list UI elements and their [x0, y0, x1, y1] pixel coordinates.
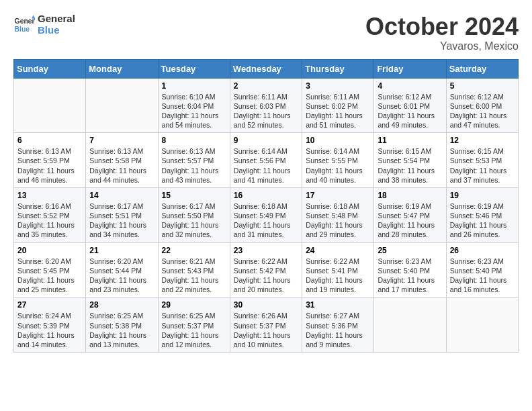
day-number: 11: [378, 136, 442, 145]
day-info: Sunrise: 6:27 AM Sunset: 5:36 PM Dayligh…: [306, 311, 370, 349]
weekday-header-monday: Monday: [86, 59, 158, 78]
day-info: Sunrise: 6:15 AM Sunset: 5:53 PM Dayligh…: [450, 146, 515, 185]
calendar-cell: 8Sunrise: 6:13 AM Sunset: 5:57 PM Daylig…: [158, 133, 230, 188]
day-number: 5: [450, 81, 515, 91]
calendar-table: SundayMondayTuesdayWednesdayThursdayFrid…: [13, 59, 519, 353]
weekday-header-thursday: Thursday: [302, 59, 374, 78]
calendar-cell: 3Sunrise: 6:11 AM Sunset: 6:02 PM Daylig…: [302, 78, 374, 133]
calendar-cell: [374, 298, 446, 353]
month-title: October 2024: [365, 13, 519, 40]
weekday-header-tuesday: Tuesday: [158, 59, 230, 78]
day-info: Sunrise: 6:22 AM Sunset: 5:42 PM Dayligh…: [234, 257, 298, 295]
day-info: Sunrise: 6:20 AM Sunset: 5:45 PM Dayligh…: [17, 257, 82, 295]
calendar-cell: 4Sunrise: 6:12 AM Sunset: 6:01 PM Daylig…: [374, 78, 446, 133]
logo-line1: General: [38, 13, 75, 25]
day-number: 4: [378, 81, 442, 91]
day-number: 30: [234, 300, 298, 310]
day-info: Sunrise: 6:11 AM Sunset: 6:02 PM Dayligh…: [306, 92, 370, 130]
svg-marker-2: [32, 15, 35, 18]
day-info: Sunrise: 6:12 AM Sunset: 6:01 PM Dayligh…: [378, 92, 442, 130]
weekday-header-saturday: Saturday: [446, 59, 518, 78]
day-number: 7: [89, 136, 154, 145]
day-info: Sunrise: 6:17 AM Sunset: 5:51 PM Dayligh…: [89, 201, 154, 240]
day-number: 8: [162, 136, 226, 145]
day-info: Sunrise: 6:10 AM Sunset: 6:04 PM Dayligh…: [162, 92, 226, 130]
calendar-week-row: 1Sunrise: 6:10 AM Sunset: 6:04 PM Daylig…: [14, 78, 519, 133]
calendar-cell: 16Sunrise: 6:18 AM Sunset: 5:49 PM Dayli…: [230, 187, 302, 242]
logo-line2: Blue: [38, 25, 75, 36]
day-number: 27: [17, 300, 82, 310]
calendar-week-row: 27Sunrise: 6:24 AM Sunset: 5:39 PM Dayli…: [14, 298, 519, 353]
calendar-cell: 19Sunrise: 6:19 AM Sunset: 5:46 PM Dayli…: [446, 187, 518, 242]
day-info: Sunrise: 6:13 AM Sunset: 5:58 PM Dayligh…: [89, 146, 154, 185]
day-info: Sunrise: 6:24 AM Sunset: 5:39 PM Dayligh…: [17, 311, 82, 349]
day-number: 12: [450, 136, 515, 145]
day-info: Sunrise: 6:23 AM Sunset: 5:40 PM Dayligh…: [450, 257, 515, 295]
calendar-cell: [86, 78, 158, 133]
day-number: 14: [89, 191, 154, 200]
calendar-cell: 9Sunrise: 6:14 AM Sunset: 5:56 PM Daylig…: [230, 133, 302, 188]
calendar-cell: 6Sunrise: 6:13 AM Sunset: 5:59 PM Daylig…: [14, 133, 86, 188]
calendar-cell: [446, 298, 518, 353]
day-number: 17: [306, 191, 370, 200]
day-number: 19: [450, 191, 515, 200]
day-info: Sunrise: 6:14 AM Sunset: 5:55 PM Dayligh…: [306, 146, 370, 185]
day-info: Sunrise: 6:12 AM Sunset: 6:00 PM Dayligh…: [450, 92, 515, 130]
calendar-cell: 29Sunrise: 6:25 AM Sunset: 5:37 PM Dayli…: [158, 298, 230, 353]
calendar-cell: 10Sunrise: 6:14 AM Sunset: 5:55 PM Dayli…: [302, 133, 374, 188]
day-info: Sunrise: 6:21 AM Sunset: 5:43 PM Dayligh…: [162, 257, 226, 295]
svg-text:General: General: [15, 17, 35, 25]
calendar-cell: 28Sunrise: 6:25 AM Sunset: 5:38 PM Dayli…: [86, 298, 158, 353]
day-info: Sunrise: 6:16 AM Sunset: 5:52 PM Dayligh…: [17, 201, 82, 240]
day-info: Sunrise: 6:18 AM Sunset: 5:49 PM Dayligh…: [234, 201, 298, 240]
calendar-cell: 20Sunrise: 6:20 AM Sunset: 5:45 PM Dayli…: [14, 242, 86, 298]
day-number: 31: [306, 300, 370, 310]
calendar-week-row: 6Sunrise: 6:13 AM Sunset: 5:59 PM Daylig…: [14, 133, 519, 188]
logo: General Blue General Blue: [13, 13, 75, 36]
day-info: Sunrise: 6:26 AM Sunset: 5:37 PM Dayligh…: [234, 311, 298, 349]
day-info: Sunrise: 6:13 AM Sunset: 5:57 PM Dayligh…: [162, 146, 226, 185]
calendar-cell: 22Sunrise: 6:21 AM Sunset: 5:43 PM Dayli…: [158, 242, 230, 298]
day-number: 18: [378, 191, 442, 200]
weekday-header-wednesday: Wednesday: [230, 59, 302, 78]
calendar-cell: 11Sunrise: 6:15 AM Sunset: 5:54 PM Dayli…: [374, 133, 446, 188]
calendar-cell: [14, 78, 86, 133]
calendar-cell: 27Sunrise: 6:24 AM Sunset: 5:39 PM Dayli…: [14, 298, 86, 353]
day-info: Sunrise: 6:25 AM Sunset: 5:38 PM Dayligh…: [89, 311, 154, 349]
day-info: Sunrise: 6:19 AM Sunset: 5:46 PM Dayligh…: [450, 201, 515, 240]
day-number: 29: [162, 300, 226, 310]
calendar-cell: 25Sunrise: 6:23 AM Sunset: 5:40 PM Dayli…: [374, 242, 446, 298]
day-number: 20: [17, 246, 82, 255]
day-number: 10: [306, 136, 370, 145]
day-info: Sunrise: 6:11 AM Sunset: 6:03 PM Dayligh…: [234, 92, 298, 130]
day-number: 6: [17, 136, 82, 145]
calendar-cell: 13Sunrise: 6:16 AM Sunset: 5:52 PM Dayli…: [14, 187, 86, 242]
calendar-cell: 31Sunrise: 6:27 AM Sunset: 5:36 PM Dayli…: [302, 298, 374, 353]
logo-icon: General Blue: [13, 14, 35, 36]
day-number: 26: [450, 246, 515, 255]
title-block: October 2024 Yavaros, Mexico: [365, 13, 519, 52]
calendar-cell: 17Sunrise: 6:18 AM Sunset: 5:48 PM Dayli…: [302, 187, 374, 242]
calendar-cell: 12Sunrise: 6:15 AM Sunset: 5:53 PM Dayli…: [446, 133, 518, 188]
calendar-cell: 24Sunrise: 6:22 AM Sunset: 5:41 PM Dayli…: [302, 242, 374, 298]
day-info: Sunrise: 6:25 AM Sunset: 5:37 PM Dayligh…: [162, 311, 226, 349]
day-number: 2: [234, 81, 298, 91]
calendar-cell: 26Sunrise: 6:23 AM Sunset: 5:40 PM Dayli…: [446, 242, 518, 298]
calendar-cell: 1Sunrise: 6:10 AM Sunset: 6:04 PM Daylig…: [158, 78, 230, 133]
day-number: 15: [162, 191, 226, 200]
weekday-header-friday: Friday: [374, 59, 446, 78]
day-info: Sunrise: 6:19 AM Sunset: 5:47 PM Dayligh…: [378, 201, 442, 240]
calendar-cell: 23Sunrise: 6:22 AM Sunset: 5:42 PM Dayli…: [230, 242, 302, 298]
day-number: 13: [17, 191, 82, 200]
day-info: Sunrise: 6:22 AM Sunset: 5:41 PM Dayligh…: [306, 257, 370, 295]
day-info: Sunrise: 6:13 AM Sunset: 5:59 PM Dayligh…: [17, 146, 82, 185]
day-number: 3: [306, 81, 370, 91]
day-info: Sunrise: 6:14 AM Sunset: 5:56 PM Dayligh…: [234, 146, 298, 185]
location-title: Yavaros, Mexico: [365, 40, 519, 52]
calendar-cell: 2Sunrise: 6:11 AM Sunset: 6:03 PM Daylig…: [230, 78, 302, 133]
calendar-cell: 14Sunrise: 6:17 AM Sunset: 5:51 PM Dayli…: [86, 187, 158, 242]
day-number: 1: [162, 81, 226, 91]
weekday-header-sunday: Sunday: [14, 59, 86, 78]
day-number: 16: [234, 191, 298, 200]
calendar-cell: 5Sunrise: 6:12 AM Sunset: 6:00 PM Daylig…: [446, 78, 518, 133]
